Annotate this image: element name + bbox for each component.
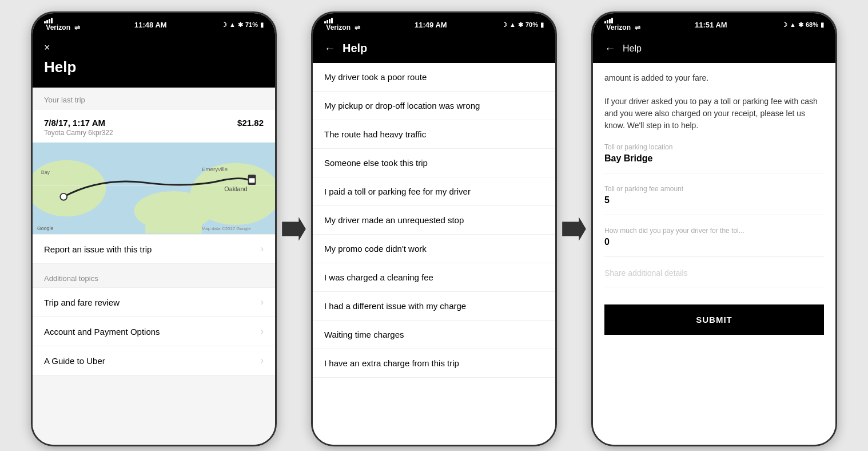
additional-details-placeholder[interactable]: Share additional details bbox=[604, 268, 824, 278]
status-bar-1: Verizon ⇌ 11:48 AM ☽ ▲ ✱ 71% ▮ bbox=[33, 13, 275, 35]
time-3: 11:51 AM bbox=[695, 21, 727, 29]
battery-icon-1: ▮ bbox=[260, 21, 264, 29]
battery-3: 68% bbox=[806, 21, 818, 28]
bluetooth-icon-3: ✱ bbox=[798, 21, 803, 29]
svg-marker-14 bbox=[282, 217, 306, 241]
submit-button[interactable]: SUBMIT bbox=[604, 304, 824, 335]
svg-text:Emeryville: Emeryville bbox=[202, 166, 228, 172]
location-icon-3: ▲ bbox=[790, 21, 796, 28]
trip-price: $21.82 bbox=[237, 118, 264, 128]
battery-2: 70% bbox=[525, 21, 538, 28]
back-button-3[interactable]: ← bbox=[604, 42, 616, 55]
driver-payment-label: How much did you pay your driver for the… bbox=[604, 227, 824, 235]
svg-rect-8 bbox=[249, 178, 255, 183]
last-trip-section: Your last trip bbox=[33, 88, 275, 104]
phone-screen3: Verizon ⇌ 11:51 AM ☽ ▲ ✱ 68% ▮ ← Help bbox=[591, 11, 837, 446]
screen3-body: amount is added to your fare. If your dr… bbox=[593, 63, 835, 445]
help-item-5[interactable]: My driver made an unrequested stop bbox=[313, 206, 555, 235]
svg-marker-15 bbox=[562, 217, 586, 241]
svg-point-6 bbox=[60, 193, 67, 200]
arrow2-svg bbox=[560, 215, 588, 243]
additional-topics-label: Additional topics bbox=[33, 264, 275, 287]
screen1-header: × Help bbox=[33, 35, 275, 88]
info-text-partial: amount is added to your fare. bbox=[604, 72, 824, 84]
signal-icon-1 bbox=[44, 18, 80, 23]
phone-screen2: Verizon ⇌ 11:49 AM ☽ ▲ ✱ 70% ▮ ← Help bbox=[311, 11, 557, 446]
report-section: Report an issue with this trip › bbox=[33, 234, 275, 264]
help-item-10[interactable]: I have an extra charge from this trip bbox=[313, 349, 555, 378]
info-full: If your driver asked you to pay a toll o… bbox=[604, 97, 818, 130]
trip-fare-label: Trip and fare review bbox=[44, 298, 120, 307]
chevron-icon: › bbox=[261, 244, 264, 254]
moon-icon-3: ☽ bbox=[782, 21, 787, 29]
screen3-title: Help bbox=[623, 43, 642, 54]
screen2-body: My driver took a poor route My pickup or… bbox=[313, 63, 555, 445]
toll-location-value[interactable]: Bay Bridge bbox=[604, 153, 824, 164]
chevron-icon-2: › bbox=[261, 297, 264, 307]
info-text-full: If your driver asked you to pay a toll o… bbox=[604, 96, 824, 132]
arrow1-svg bbox=[280, 215, 308, 243]
trip-date: 7/8/17, 1:17 AM bbox=[44, 118, 113, 128]
screen1-title: Help bbox=[44, 58, 264, 76]
back-button-2[interactable]: ← bbox=[324, 42, 336, 55]
screens-container: Verizon ⇌ 11:48 AM ☽ ▲ ✱ 71% ▮ × Help bbox=[31, 11, 837, 446]
account-payment-label: Account and Payment Options bbox=[44, 327, 160, 337]
toll-location-field: Toll or parking location Bay Bridge bbox=[604, 143, 824, 173]
phone-screen1: Verizon ⇌ 11:48 AM ☽ ▲ ✱ 71% ▮ × Help bbox=[31, 11, 277, 446]
moon-icon-2: ☽ bbox=[501, 21, 507, 29]
guide-uber-label: A Guide to Uber bbox=[44, 356, 105, 366]
help-item-2[interactable]: The route had heavy traffic bbox=[313, 120, 555, 149]
help-item-0[interactable]: My driver took a poor route bbox=[313, 63, 555, 92]
report-issue-item[interactable]: Report an issue with this trip › bbox=[33, 235, 275, 264]
help-item-8[interactable]: I had a different issue with my charge bbox=[313, 292, 555, 321]
status-icons-2: ☽ ▲ ✱ 70% ▮ bbox=[501, 21, 544, 29]
signal-icon-2 bbox=[324, 18, 360, 23]
signal-icon-3 bbox=[604, 18, 640, 23]
driver-payment-value[interactable]: 0 bbox=[604, 237, 824, 247]
location-icon-2: ▲ bbox=[509, 21, 516, 28]
trip-info-row: 7/8/17, 1:17 AM Toyota Camry 6kpr322 $21… bbox=[33, 110, 275, 143]
carrier-signal-1: Verizon ⇌ bbox=[44, 18, 80, 31]
status-bar-2: Verizon ⇌ 11:49 AM ☽ ▲ ✱ 70% ▮ bbox=[313, 13, 555, 35]
svg-text:Google: Google bbox=[37, 226, 54, 231]
help-item-7[interactable]: I was charged a cleaning fee bbox=[313, 263, 555, 292]
toll-fee-value[interactable]: 5 bbox=[604, 195, 824, 205]
screen1-wrapper: Verizon ⇌ 11:48 AM ☽ ▲ ✱ 71% ▮ × Help bbox=[31, 11, 277, 446]
help-item-6[interactable]: My promo code didn't work bbox=[313, 235, 555, 263]
report-issue-label: Report an issue with this trip bbox=[44, 244, 152, 254]
info-partial: amount is added to your fare. bbox=[604, 73, 708, 82]
chevron-icon-4: › bbox=[261, 355, 264, 366]
help-item-4[interactable]: I paid a toll or parking fee for my driv… bbox=[313, 177, 555, 206]
carrier-signal-3: Verizon ⇌ bbox=[604, 18, 640, 31]
help-item-1[interactable]: My pickup or drop-off location was wrong bbox=[313, 92, 555, 120]
battery-icon-2: ▮ bbox=[540, 21, 544, 29]
carrier-3: Verizon bbox=[606, 23, 631, 31]
guide-uber-item[interactable]: A Guide to Uber › bbox=[33, 346, 275, 375]
toll-fee-field: Toll or parking fee amount 5 bbox=[604, 185, 824, 215]
location-icon-1: ▲ bbox=[229, 21, 236, 28]
account-payment-item[interactable]: Account and Payment Options › bbox=[33, 317, 275, 346]
help-item-3[interactable]: Someone else took this trip bbox=[313, 149, 555, 177]
map-svg: Google Map data ©2017 Google Emeryville … bbox=[33, 143, 275, 234]
additional-details-field: Share additional details bbox=[604, 268, 824, 287]
screen2-title: Help bbox=[343, 42, 367, 55]
screen1-body: Your last trip 7/8/17, 1:17 AM Toyota Ca… bbox=[33, 88, 275, 445]
status-icons-1: ☽ ▲ ✱ 71% ▮ bbox=[221, 21, 264, 29]
carrier-1: Verizon bbox=[46, 23, 70, 31]
bluetooth-icon-2: ✱ bbox=[518, 21, 523, 29]
status-icons-3: ☽ ▲ ✱ 68% ▮ bbox=[782, 21, 824, 29]
trip-car: Toyota Camry 6kpr322 bbox=[44, 129, 113, 137]
map-container: Google Map data ©2017 Google Emeryville … bbox=[33, 143, 275, 234]
moon-icon-1: ☽ bbox=[221, 21, 227, 29]
additional-topics-section: Trip and fare review › Account and Payme… bbox=[33, 287, 275, 375]
status-bar-3: Verizon ⇌ 11:51 AM ☽ ▲ ✱ 68% ▮ bbox=[593, 13, 835, 35]
battery-icon-3: ▮ bbox=[821, 21, 824, 29]
close-button[interactable]: × bbox=[44, 42, 264, 54]
arrow1 bbox=[277, 215, 311, 243]
arrow2 bbox=[557, 215, 591, 243]
screen2-wrapper: Verizon ⇌ 11:49 AM ☽ ▲ ✱ 70% ▮ ← Help bbox=[311, 11, 557, 446]
svg-text:Map data ©2017 Google: Map data ©2017 Google bbox=[202, 226, 252, 231]
help-item-9[interactable]: Waiting time charges bbox=[313, 321, 555, 349]
carrier-signal-2: Verizon ⇌ bbox=[324, 18, 360, 31]
trip-fare-item[interactable]: Trip and fare review › bbox=[33, 288, 275, 317]
